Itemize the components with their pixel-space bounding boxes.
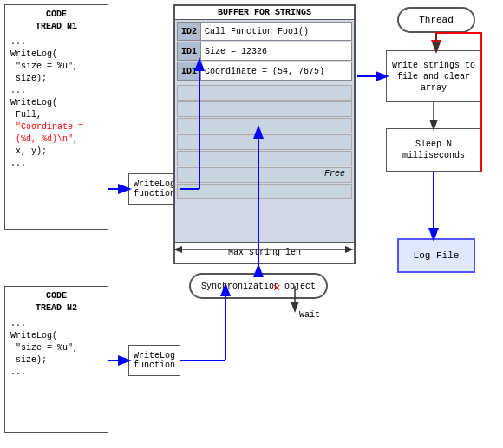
buffer-row-id-1: ID1 bbox=[178, 42, 201, 60]
code-box-top: CODETREAD N1 ... WriteLog( "size = %u", … bbox=[4, 4, 108, 230]
buffer-rows: ID2 Call Function Foo1() ID1 Size = 1232… bbox=[175, 20, 354, 83]
sync-object: Synchronization object bbox=[189, 273, 328, 299]
buffer-empty-row-4 bbox=[177, 134, 352, 150]
buffer-empty-row-5 bbox=[177, 151, 352, 166]
thread-box: Thread bbox=[397, 7, 475, 33]
buffer-row-id-0: ID2 bbox=[178, 23, 201, 40]
buffer-row-1: ID1 Size = 12326 bbox=[177, 42, 352, 61]
buffer-empty-row-1 bbox=[177, 85, 352, 101]
thread-label: Thread bbox=[419, 15, 454, 25]
buffer-row-content-2: Coordinate = (54, 7675) bbox=[201, 65, 328, 78]
buffer-title: BUFFER FOR STRINGS bbox=[175, 6, 354, 20]
buffer-empty-row-2 bbox=[177, 101, 352, 117]
buffer-empty-row-3 bbox=[177, 118, 352, 133]
writelog-function-top: WriteLog function bbox=[128, 173, 180, 205]
logfile-label: Log File bbox=[414, 250, 460, 261]
buffer-empty-row-7 bbox=[177, 184, 352, 199]
buffer-container: BUFFER FOR STRINGS ID2 Call Function Foo… bbox=[173, 4, 356, 264]
buffer-row-id-2: ID1 bbox=[178, 62, 201, 80]
sync-object-label: Synchronization object bbox=[201, 282, 316, 291]
write-strings-label: Write strings to file and clear array bbox=[387, 60, 480, 94]
max-string-label: Max string len bbox=[228, 248, 301, 257]
sleep-label: Sleep N milliseconds bbox=[387, 139, 480, 161]
sleep-box: Sleep N milliseconds bbox=[386, 128, 481, 172]
free-area: Free bbox=[177, 167, 352, 202]
buffer-row-content-0: Call Function Foo1() bbox=[201, 25, 312, 38]
max-string-area: Max string len bbox=[175, 242, 354, 263]
free-label: Free bbox=[324, 169, 345, 179]
buffer-row-content-1: Size = 12326 bbox=[201, 45, 271, 58]
buffer-row-2: ID1 Coordinate = (54, 7675) bbox=[177, 62, 352, 81]
diagram-container: CODETREAD N1 ... WriteLog( "size = %u", … bbox=[0, 0, 503, 448]
buffer-row-0: ID2 Call Function Foo1() bbox=[177, 22, 352, 41]
buffer-empty-section: Free bbox=[175, 83, 354, 204]
logfile-box: Log File bbox=[397, 238, 475, 273]
writelog-function-bottom: WriteLog function bbox=[128, 345, 180, 376]
code-box-bottom: CODETREAD N2 ... WriteLog( "size = %u", … bbox=[4, 286, 108, 433]
wait-label: Wait bbox=[299, 310, 320, 320]
write-strings-box: Write strings to file and clear array bbox=[386, 50, 481, 102]
